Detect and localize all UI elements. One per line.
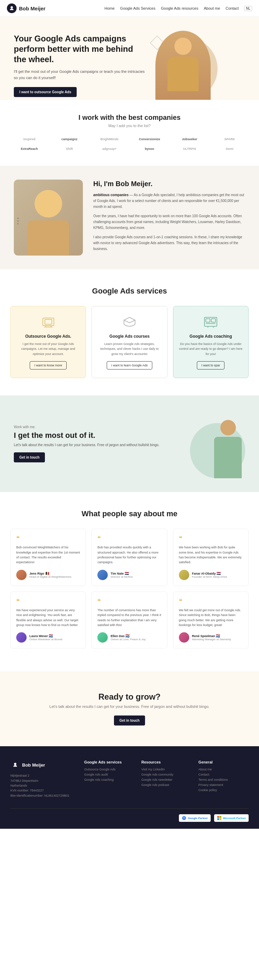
author-name-2: Fanar Al-Obaidy 🇳🇱 xyxy=(192,571,227,575)
cta-button[interactable]: Get in touch xyxy=(14,452,45,462)
testimonials-section: What people say about me ❝ Bob convinced… xyxy=(0,492,259,671)
service-desc-0: I get the most out of your Google Ads ca… xyxy=(16,342,80,356)
nav-home[interactable]: Home xyxy=(104,6,114,10)
about-person-body xyxy=(28,220,69,255)
testimonial-text-1: Bob has provided results quickly with a … xyxy=(97,545,161,565)
navbar: Bob Meijer Home Google Ads Services Goog… xyxy=(0,0,259,17)
quote-icon-2: ❝ xyxy=(179,535,243,542)
services-section: Google Ads services Outsource Google Ads… xyxy=(0,269,259,395)
service-cta-2[interactable]: I want to spar xyxy=(197,361,224,369)
footer-link-newsletter[interactable]: Google Ads newsletter xyxy=(141,778,191,781)
svg-rect-4 xyxy=(206,319,210,322)
author-title-3: Online Marketeer at Brunei xyxy=(29,638,62,641)
company-logo-9: bynoo xyxy=(144,146,156,152)
testimonial-text-4: The number of conversions has more than … xyxy=(97,608,161,628)
testimonial-5: ❝ We felt we could get more out of Googl… xyxy=(173,592,249,649)
testimonial-author-5: René Speelman 🇳🇱 Marketing Manager at Sl… xyxy=(179,632,243,643)
footer-link-about[interactable]: About me xyxy=(199,768,249,771)
testimonial-text-5: We felt we could get more out of Google … xyxy=(179,608,243,628)
footer-link-community[interactable]: Google Ads community xyxy=(141,773,191,776)
testimonial-text-0: Bob convinced WeightWatchers of his know… xyxy=(16,545,80,565)
svg-text:G: G xyxy=(183,817,185,819)
courses-icon xyxy=(122,315,137,330)
about-para-0: ambitious companies — As a Google Ads sp… xyxy=(93,192,245,210)
footer-link-cookie[interactable]: Cookie policy xyxy=(199,788,249,792)
hero-cta-button[interactable]: I want to outsource Google Ads xyxy=(14,87,77,97)
service-desc-1: Learn proven Google Ads strategies, tech… xyxy=(97,342,161,356)
nav-contact[interactable]: Contact xyxy=(226,6,238,10)
testimonial-text-2: We have been working with Bob for quite … xyxy=(179,545,243,565)
footer-bottom: G Google Partner Microsoft Partner xyxy=(10,808,249,822)
footer-col-links-0: Outsource Google Ads Google Ads audit Go… xyxy=(84,768,134,781)
testimonials-top-row: ❝ Bob convinced WeightWatchers of his kn… xyxy=(10,529,249,586)
footer-link-outsource[interactable]: Outsource Google Ads xyxy=(84,768,134,771)
author-name-4: Ellen Das 🇳🇱 xyxy=(111,634,145,638)
nav-google-ads-services[interactable]: Google Ads Services xyxy=(120,6,156,10)
svg-rect-5 xyxy=(211,319,216,322)
avatar-3 xyxy=(16,632,27,643)
nav-language[interactable]: NL xyxy=(244,6,252,11)
author-title-1: Director at McRon xyxy=(111,575,133,578)
service-cta-0[interactable]: I want to know more xyxy=(30,361,67,369)
person-body xyxy=(167,57,199,91)
person-head xyxy=(175,38,192,55)
footer-col-heading-2: General xyxy=(199,760,249,764)
footer-link-linkedin[interactable]: Visit my LinkedIn xyxy=(141,768,191,771)
footer-link-contact[interactable]: Contact xyxy=(199,773,249,776)
avatar-4 xyxy=(97,632,108,643)
quote-icon-5: ❝ xyxy=(179,597,243,605)
company-logo-2: BrightMinds xyxy=(99,136,120,142)
company-logo-10: ULTRPIX xyxy=(182,146,197,152)
footer-link-terms[interactable]: Terms and conditions xyxy=(199,778,249,781)
nav-brand[interactable]: Bob Meijer xyxy=(7,3,46,13)
services-grid: Outsource Google Ads. I get the most out… xyxy=(10,306,249,378)
footer-btw: Btw-identificatienumber: NL861402729B01 xyxy=(10,793,77,798)
ready-cta-button[interactable]: Get in touch xyxy=(114,716,145,725)
google-partner-label: Google Partner xyxy=(188,817,208,820)
author-flag-4: 🇳🇱 xyxy=(126,634,129,638)
author-info-0: Jens Rigo 🇧🇪 Head of Digital at WeightWa… xyxy=(29,571,72,578)
testimonial-author-4: Ellen Das 🇳🇱 Owner at Love, Peace & Joy xyxy=(97,632,161,643)
testimonials-heading: What people say about me xyxy=(10,509,249,518)
about-image xyxy=(14,180,83,256)
hero-person-image xyxy=(156,31,211,100)
testimonial-1: ❝ Bob has provided results quickly with … xyxy=(92,529,167,586)
ready-subtext: Let's talk about the results I can get f… xyxy=(10,705,249,709)
testimonial-author-0: Jens Rigo 🇧🇪 Head of Digital at WeightWa… xyxy=(16,570,80,580)
footer-brand-name: Bob Meijer xyxy=(22,762,45,768)
footer-col-links-1: Visit my LinkedIn Google Ads community G… xyxy=(141,768,191,787)
cta-heading: I get the most out of it. xyxy=(14,431,176,440)
footer-link-audit[interactable]: Google Ads audit xyxy=(84,773,134,776)
nav-about[interactable]: About me xyxy=(204,6,220,10)
nav-resources[interactable]: Google Ads resources xyxy=(161,6,198,10)
svg-point-0 xyxy=(11,6,13,9)
cta-person-head xyxy=(220,420,236,436)
microsoft-partner-label: Microsoft Partner xyxy=(223,817,246,820)
footer-col-heading-1: Resources xyxy=(141,760,191,764)
cta-image xyxy=(183,409,245,478)
companies-logo-grid: inspired campaignz BrightMinds Conversio… xyxy=(10,136,249,152)
company-logo-11: Demi xyxy=(224,146,235,152)
footer-col-heading-0: Google Ads services xyxy=(84,760,134,764)
service-card-0: Outsource Google Ads. I get the most out… xyxy=(10,306,86,378)
svg-rect-12 xyxy=(219,818,221,820)
footer-link-privacy[interactable]: Privacy statement xyxy=(199,783,249,787)
footer-logo: Bob Meijer xyxy=(10,760,77,770)
avatar-1 xyxy=(97,570,108,580)
about-section: Hi, I'm Bob Meijer. ambitious companies … xyxy=(0,166,259,269)
hero-image xyxy=(145,31,221,100)
service-cta-1[interactable]: I want to learn Google Ads xyxy=(107,361,152,369)
footer-link-coaching[interactable]: Google Ads coaching xyxy=(84,778,134,781)
quote-icon-1: ❝ xyxy=(97,535,161,542)
author-info-1: Tim Nate 🇳🇱 Director at McRon xyxy=(111,571,133,578)
footer-link-podcast[interactable]: Google Ads podcast xyxy=(141,783,191,787)
brand-name: Bob Meijer xyxy=(19,6,46,11)
testimonial-2: ❝ We have been working with Bob for quit… xyxy=(173,529,249,586)
hero-headline: Your Google Ads campaigns perform better… xyxy=(14,33,145,65)
service-desc-2: Do you have the basics of Google Ads und… xyxy=(179,342,243,356)
author-title-4: Owner at Love, Peace & Joy xyxy=(111,638,145,641)
svg-rect-2 xyxy=(45,320,52,324)
footer-col-links-2: About me Contact Terms and conditions Pr… xyxy=(199,768,249,792)
service-card-1: Google Ads courses Learn proven Google A… xyxy=(92,306,167,378)
avatar-2 xyxy=(179,570,189,580)
